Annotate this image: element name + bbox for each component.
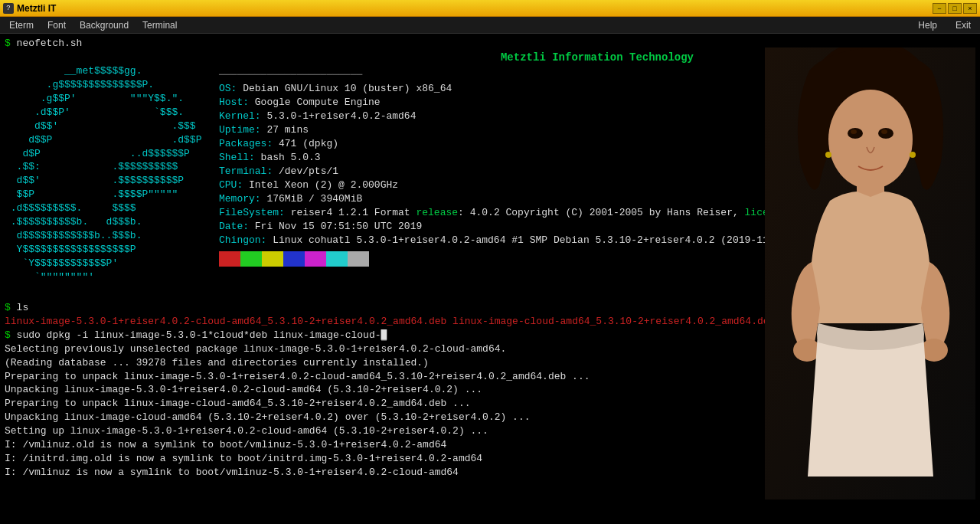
ls-command: ls bbox=[17, 302, 29, 313]
ascii-art-display: __met$$$$$gg. .g$$$$$$$$$$$$$$P. .g$$P' … bbox=[5, 51, 211, 298]
svg-point-11 bbox=[910, 152, 916, 158]
menu-exit[interactable]: Exit bbox=[949, 18, 977, 32]
color-block-white bbox=[348, 251, 369, 267]
window-title: Metztli IT bbox=[17, 3, 56, 14]
prompt-symbol: $ bbox=[5, 38, 17, 49]
terminal-area[interactable]: $ neofetch.sh __met$$$$$gg. .g$$$$$$$$$$… bbox=[0, 34, 980, 524]
color-block-cyan bbox=[326, 251, 348, 267]
menubar-right: Help Exit bbox=[912, 18, 977, 32]
window-controls: − □ × bbox=[933, 3, 977, 14]
decorative-image bbox=[765, 47, 975, 499]
app-icon: ? bbox=[3, 3, 14, 14]
svg-point-2 bbox=[828, 90, 913, 189]
menu-font[interactable]: Font bbox=[41, 18, 72, 32]
ls-file2: linux-image-cloud-amd64_5.3.10-2+reiser4… bbox=[452, 316, 775, 327]
svg-point-8 bbox=[851, 129, 857, 134]
neofetch-output: __met$$$$$gg. .g$$$$$$$$$$$$$$P. .g$$P' … bbox=[5, 51, 975, 298]
svg-point-9 bbox=[881, 129, 887, 134]
color-block-blue bbox=[283, 251, 305, 267]
close-button[interactable]: × bbox=[963, 3, 977, 14]
menu-help[interactable]: Help bbox=[912, 18, 943, 32]
svg-point-10 bbox=[825, 152, 831, 158]
color-block-green bbox=[240, 251, 262, 267]
color-block-magenta bbox=[305, 251, 326, 267]
menubar-left: Eterm Font Background Terminal bbox=[3, 18, 183, 32]
ls-file1: linux-image-5.3.0-1+reiser4.0.2-cloud-am… bbox=[5, 316, 446, 327]
menu-eterm[interactable]: Eterm bbox=[3, 18, 40, 32]
maximize-button[interactable]: □ bbox=[948, 3, 962, 14]
minimize-button[interactable]: − bbox=[933, 3, 946, 14]
titlebar: ? Metztli IT − □ × bbox=[0, 0, 980, 17]
menubar: Eterm Font Background Terminal Help Exit bbox=[0, 17, 980, 34]
titlebar-left: ? Metztli IT bbox=[3, 3, 56, 14]
dpkg-command: sudo dpkg -i linux-image-5.3.0-1*cloud*d… bbox=[17, 329, 381, 341]
color-block-red bbox=[219, 251, 240, 267]
menu-background[interactable]: Background bbox=[74, 18, 135, 32]
neofetch-command: neofetch.sh bbox=[17, 38, 83, 49]
menu-terminal[interactable]: Terminal bbox=[136, 18, 183, 32]
color-block-yellow bbox=[262, 251, 283, 267]
